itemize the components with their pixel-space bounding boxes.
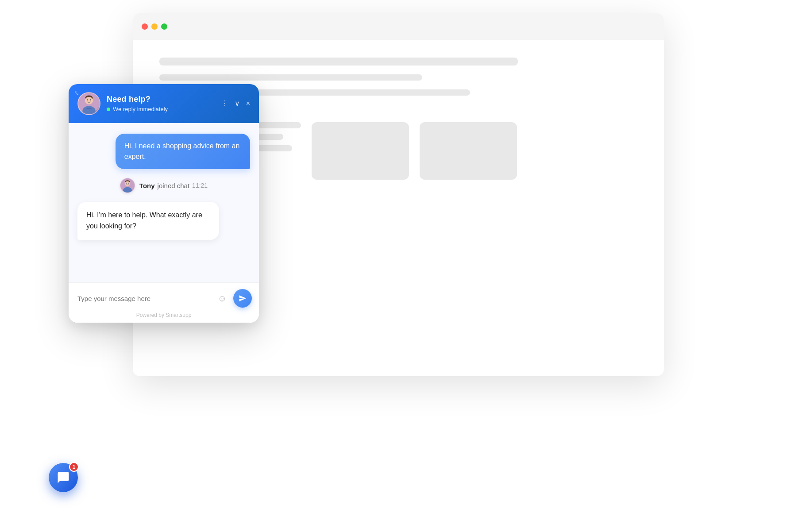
browser-dot-yellow [151,23,158,30]
svg-point-9 [128,183,129,184]
chat-input-area: ☺ Powered by Smartsupp [69,282,259,323]
message-user-1: Hi, I need a shopping advice from an exp… [77,134,250,169]
chat-message-input[interactable] [76,291,211,306]
bg-skeleton-bar-2 [159,74,422,81]
message-agent-1: Hi, I'm here to help. What exactly are y… [77,202,250,240]
bubble-user-1: Hi, I need a shopping advice from an exp… [116,134,250,169]
chat-bubble-icon [57,471,70,484]
tony-avatar [120,178,135,193]
agent-avatar-svg [78,92,100,114]
browser-dot-red [142,23,148,30]
send-icon [239,294,247,302]
close-icon[interactable]: × [246,100,250,107]
system-join-text: Tony joined chat 11:21 [139,182,208,189]
emoji-button[interactable]: ☺ [216,292,229,305]
more-options-icon[interactable]: ⋮ [221,100,228,107]
expand-icon[interactable]: ⤡ [74,89,79,96]
browser-dot-green [161,23,167,30]
powered-by-label: Powered by Smartsupp [76,310,252,319]
bg-skeleton-card-1 [312,122,409,180]
svg-point-3 [87,99,88,100]
chat-header: ⤡ [69,84,259,123]
bubble-agent-1: Hi, I'm here to help. What exactly are y… [77,202,219,240]
chat-notification-badge: 1 [69,462,79,472]
message-system-tony-joined: Tony joined chat 11:21 [77,178,250,193]
svg-point-4 [90,99,91,100]
minimize-icon[interactable]: ∨ [235,100,240,107]
chat-widget: ⤡ [69,84,259,323]
bg-skeleton-bar-1 [159,58,518,66]
chat-widget-container: ⤡ [69,84,259,323]
status-text: We reply immediately [113,106,168,112]
svg-point-8 [126,183,127,184]
send-button[interactable] [233,289,252,308]
chat-input-row: ☺ [76,289,252,310]
chat-header-left: Need help? We reply immediately [77,92,168,115]
browser-titlebar [133,13,664,40]
chat-header-status: We reply immediately [107,106,168,112]
join-time: 11:21 [192,182,208,189]
chat-header-title: Need help? [107,95,168,104]
status-dot-online [107,108,110,111]
tony-name: Tony [139,182,155,189]
chat-float-button[interactable]: 1 [49,463,78,492]
joined-action: joined chat [158,182,190,189]
chat-header-info: Need help? We reply immediately [107,95,168,112]
tony-avatar-svg [120,178,135,193]
chat-messages-area: Hi, I need a shopping advice from an exp… [69,123,259,282]
chat-header-controls: ⋮ ∨ × [221,100,250,107]
bg-skeleton-card-2 [420,122,517,180]
agent-avatar-large [77,92,100,115]
